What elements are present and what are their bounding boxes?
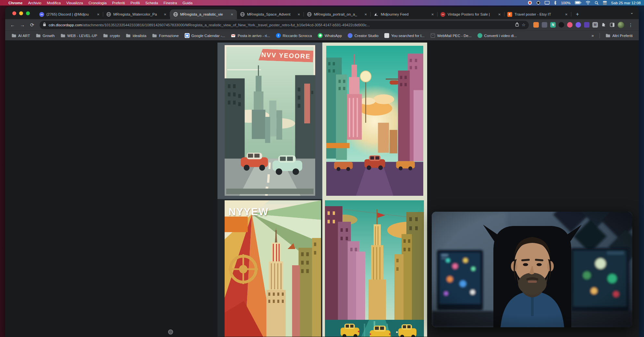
record-status-icon[interactable] xyxy=(536,1,540,5)
poster-art-teal-sunset xyxy=(326,46,423,196)
bookmark-folder-crypto[interactable]: crypto xyxy=(101,32,122,39)
back-button[interactable]: ← xyxy=(8,21,17,29)
tab-close-icon[interactable]: ✕ xyxy=(498,13,502,16)
poster-bottom-right[interactable] xyxy=(322,199,427,337)
midjourney-image-grid[interactable]: NVV YEOORE xyxy=(217,43,427,337)
bookmark-you-searched[interactable]: You searched for I... xyxy=(382,32,427,39)
tab-midjourney-feed[interactable]: Midjourney Feed ✕ xyxy=(371,9,438,19)
tab-space-adventure[interactable]: MRregista_Space_Advent ✕ xyxy=(237,9,304,19)
tab-close-icon[interactable]: ✕ xyxy=(364,13,368,16)
side-panel-icon[interactable] xyxy=(609,22,615,28)
tab-close-icon[interactable]: ✕ xyxy=(564,13,568,16)
bookmark-folder-growth[interactable]: Growth xyxy=(33,32,57,39)
menu-item-preferiti[interactable]: Preferiti xyxy=(112,1,125,5)
menu-item-visualizza[interactable]: Visualizza xyxy=(66,1,83,5)
tab-close-icon[interactable]: ✕ xyxy=(431,13,435,16)
menu-item-scheda[interactable]: Scheda xyxy=(145,1,158,5)
menubar-app-icon[interactable] xyxy=(528,1,532,5)
bookmark-converti-video[interactable]: Converti i video di... xyxy=(475,32,519,39)
tab-vintage-posters[interactable]: Vintage Posters for Sale | ✕ xyxy=(438,9,504,19)
tab-close-icon[interactable]: ✕ xyxy=(96,13,100,16)
bookmark-google-calendar[interactable]: Google Calendar -... xyxy=(182,32,228,39)
tab-realistic-view-active[interactable]: MRregista_a_realistic_vie ✕ xyxy=(170,9,237,19)
google-calendar-icon xyxy=(185,33,190,38)
poster-top-left[interactable]: NVV YEOORE xyxy=(217,43,322,199)
bookmark-label: Google Calendar -... xyxy=(192,34,225,38)
bookmark-label: Altri Preferiti xyxy=(612,34,633,38)
webmail-icon xyxy=(430,33,435,38)
bookmark-folder-formazione[interactable]: Formazione xyxy=(150,32,181,39)
tab-etsy[interactable]: E Travel poster - Etsy IT ✕ xyxy=(504,9,571,19)
tab-close-icon[interactable]: ✕ xyxy=(163,13,167,16)
extension-icon-3[interactable]: N xyxy=(550,22,556,28)
tab-watercolor[interactable]: MRregista_Watercolor_Pa ✕ xyxy=(103,9,170,19)
forward-button[interactable]: → xyxy=(18,21,27,29)
display-icon[interactable] xyxy=(545,1,550,5)
spotlight-icon[interactable] xyxy=(595,1,599,5)
menu-item-finestra[interactable]: Finestra xyxy=(164,1,177,5)
extension-icon-7[interactable] xyxy=(584,22,589,28)
extension-icon-2[interactable] xyxy=(542,22,547,28)
tab-close-icon[interactable]: ✕ xyxy=(230,13,234,16)
menu-item-guida[interactable]: Guida xyxy=(182,1,192,5)
webcam-overlay[interactable] xyxy=(432,212,632,327)
folder-icon xyxy=(605,33,610,38)
other-bookmarks-folder[interactable]: Altri Preferiti xyxy=(603,32,635,39)
control-center-icon[interactable] xyxy=(603,1,607,5)
bookmark-creator-studio[interactable]: Creator Studio xyxy=(345,32,381,39)
chrome-menu-icon[interactable]: ⋮ xyxy=(627,22,634,28)
poster-top-right[interactable] xyxy=(322,43,427,199)
macos-menu-bar: Chrome Archivio Modifica Visualizza Cron… xyxy=(0,0,644,6)
tab-portrait[interactable]: MRregista_portrait_on_a_ ✕ xyxy=(304,9,371,19)
creator-studio-icon xyxy=(348,33,353,38)
menu-item-cronologia[interactable]: Cronologia xyxy=(89,1,107,5)
bookmarks-overflow-chevron[interactable]: » xyxy=(589,33,596,38)
bookmark-webmail-pec[interactable]: WebMail PEC - De... xyxy=(428,32,474,39)
tab-close-icon[interactable]: ✕ xyxy=(297,13,301,16)
extensions-puzzle-icon[interactable] xyxy=(601,22,606,28)
bookmark-facebook[interactable]: f Riccardo Scrocca xyxy=(274,32,314,39)
minimize-window-button[interactable] xyxy=(19,11,23,15)
menubar-clock[interactable]: Sab 25 mar 12:08 xyxy=(611,1,641,5)
extension-icon-4[interactable] xyxy=(559,22,564,28)
profile-avatar[interactable] xyxy=(618,22,624,28)
poster-art-mint-newyork xyxy=(225,45,315,196)
vintage-posters-favicon xyxy=(440,12,445,17)
folder-icon xyxy=(11,33,16,38)
tab-search-chevron[interactable]: ⌄ xyxy=(630,10,634,15)
bookmark-gmail[interactable]: Posta in arrivo - ri... xyxy=(229,32,272,39)
battery-icon[interactable] xyxy=(575,1,581,5)
bookmark-whatsapp[interactable]: WhatsApp xyxy=(316,32,344,39)
bookmark-folder-idealista[interactable]: idealista xyxy=(124,32,149,39)
reload-button[interactable]: ⟳ xyxy=(28,21,36,29)
extension-icon-8[interactable]: M xyxy=(592,22,598,28)
facebook-icon: f xyxy=(276,33,281,38)
wifi-icon[interactable] xyxy=(586,1,590,5)
bookmark-label: Riccardo Scrocca xyxy=(283,34,312,38)
tab-discord[interactable]: (2765) Discord | @Midjou ✕ xyxy=(36,9,103,19)
bookmark-label: AI ART xyxy=(18,34,30,38)
bookmark-label: You searched for I... xyxy=(391,34,425,38)
menu-item-chrome[interactable]: Chrome xyxy=(8,1,22,5)
extension-icon-1[interactable] xyxy=(533,22,539,28)
extension-icon-5[interactable] xyxy=(567,22,573,28)
etsy-favicon: E xyxy=(507,12,512,17)
menu-item-profili[interactable]: Profili xyxy=(130,1,140,5)
bookmark-folder-web-level-up[interactable]: WEB - LEVEL-UP xyxy=(58,32,99,39)
zoom-window-button[interactable] xyxy=(26,11,30,15)
bluetooth-icon[interactable] xyxy=(554,1,557,5)
close-window-button[interactable] xyxy=(12,11,16,15)
poster-bottom-left[interactable]: NYYEW xyxy=(217,199,322,337)
bookmark-star-icon[interactable]: ☆ xyxy=(522,22,526,27)
share-icon[interactable] xyxy=(515,22,519,28)
menu-item-modifica[interactable]: Modifica xyxy=(47,1,61,5)
address-bar[interactable]: cdn.discordapp.com/attachments/101351233… xyxy=(40,21,529,29)
extensions-row: N M ⋮ xyxy=(532,22,636,28)
extension-icon-6[interactable] xyxy=(576,22,581,28)
bookmark-folder-ai-art[interactable]: AI ART xyxy=(9,32,32,39)
url-domain: cdn.discordapp.com xyxy=(49,23,82,27)
new-tab-button[interactable]: + xyxy=(573,10,582,19)
menu-item-archivio[interactable]: Archivio xyxy=(28,1,41,5)
browser-toolbar: ← → ⟳ cdn.discordapp.com/attachments/101… xyxy=(5,19,639,31)
tab-label: MRregista_a_realistic_vie xyxy=(180,12,228,16)
